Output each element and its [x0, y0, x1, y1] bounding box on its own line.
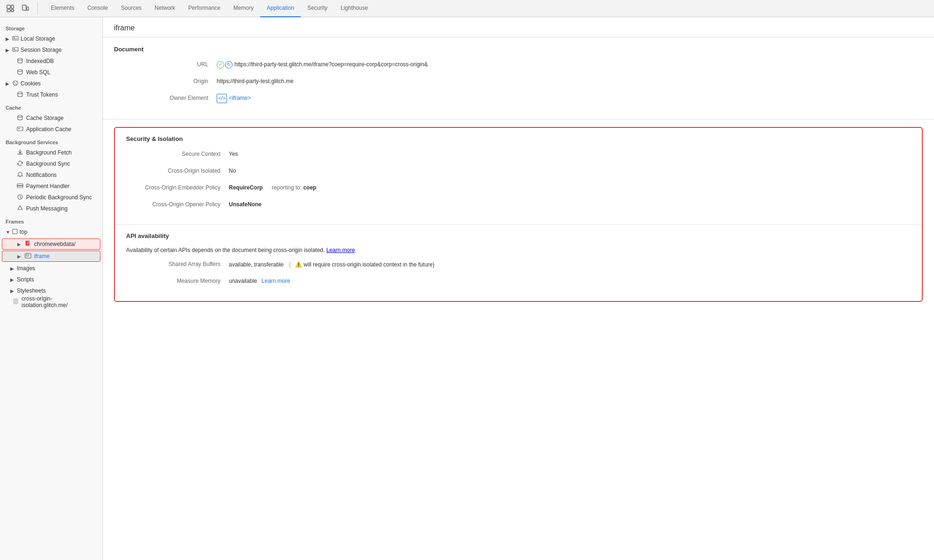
- cookies-expand[interactable]: ▶ Cookies: [0, 78, 102, 89]
- api-learn-more-link[interactable]: Learn more: [326, 247, 355, 253]
- coep-row: Cross-Origin Embedder Policy RequireCorp…: [126, 183, 911, 194]
- tab-performance[interactable]: Performance: [182, 0, 227, 17]
- chromewebdata-toggle: ▶: [17, 242, 22, 247]
- crossorigin-item[interactable]: cross-origin-isolation.glitch.me/: [0, 296, 102, 308]
- cache-storage-label: Cache Storage: [26, 115, 64, 121]
- cookies-icon: [12, 80, 19, 88]
- tab-console[interactable]: Console: [81, 0, 114, 17]
- tab-sources[interactable]: Sources: [114, 0, 148, 17]
- tab-lighthouse[interactable]: Lighthouse: [334, 0, 375, 17]
- payment-handler-label: Payment Handler: [26, 183, 70, 189]
- svg-point-15: [14, 82, 15, 83]
- shared-buffers-text: available, transferable: [229, 261, 283, 268]
- notifications-label: Notifications: [26, 172, 57, 178]
- trust-tokens-icon: [17, 91, 23, 99]
- coep-reporting-label: reporting to:: [272, 184, 302, 191]
- tab-elements[interactable]: Elements: [44, 0, 81, 17]
- owner-field-row: Owner Element </> <iframe>: [114, 94, 923, 104]
- toolbar-icons: [4, 2, 38, 15]
- security-section: Security & Isolation Secure Context Yes …: [115, 128, 922, 225]
- top-frame-expand[interactable]: ▼ top: [0, 226, 102, 238]
- crossorigin-label: cross-origin-isolation.glitch.me/: [21, 295, 97, 308]
- chromewebdata-frame-item[interactable]: ▶ chromewebdata/: [2, 238, 100, 250]
- periodic-bg-sync-icon: [17, 194, 23, 202]
- svg-rect-25: [13, 229, 17, 234]
- images-expand[interactable]: ▶ Images: [0, 263, 102, 274]
- svg-rect-8: [14, 39, 17, 39]
- periodic-bg-sync-label: Periodic Background Sync: [26, 194, 92, 201]
- svg-rect-9: [13, 48, 18, 51]
- notifications-item[interactable]: Notifications: [0, 169, 102, 181]
- storage-section-label: Storage: [0, 21, 102, 33]
- coep-reporting-endpoint: coep: [303, 184, 316, 191]
- websql-icon: [17, 69, 23, 77]
- coep-value: RequireCorp reporting to: coep: [229, 183, 911, 192]
- push-messaging-item[interactable]: Push Messaging: [0, 203, 102, 214]
- indexeddb-item[interactable]: IndexedDB: [0, 56, 102, 67]
- cross-origin-isolated-row: Cross-Origin Isolated No: [126, 167, 911, 177]
- bg-fetch-item[interactable]: Background Fetch: [0, 147, 102, 158]
- measure-memory-row: Measure Memory unavailable Learn more: [126, 277, 911, 287]
- scripts-expand[interactable]: ▶ Scripts: [0, 274, 102, 285]
- cookies-label: Cookies: [21, 80, 41, 87]
- secure-context-label: Secure Context: [126, 150, 229, 159]
- warning-icon: ⚠️: [295, 260, 302, 270]
- push-messaging-icon: [17, 205, 23, 213]
- application-cache-label: Application Cache: [26, 126, 71, 133]
- periodic-bg-sync-item[interactable]: Periodic Background Sync: [0, 192, 102, 203]
- cache-storage-item[interactable]: Cache Storage: [0, 112, 102, 124]
- coop-label: Cross-Origin Opener Policy: [126, 200, 229, 209]
- devtools-toolbar: Elements Console Sources Network Perform…: [0, 0, 934, 17]
- bg-sync-item[interactable]: Background Sync: [0, 158, 102, 169]
- coop-row: Cross-Origin Opener Policy UnsafeNone: [126, 200, 911, 210]
- page-header: iframe: [103, 17, 934, 37]
- images-label: Images: [17, 265, 35, 272]
- stylesheets-expand[interactable]: ▶ Stylesheets: [0, 285, 102, 296]
- svg-rect-0: [7, 5, 10, 8]
- api-desc-text: Availability of certain APIs depends on …: [126, 247, 325, 253]
- trust-tokens-label: Trust Tokens: [26, 91, 58, 98]
- secure-context-value: Yes: [229, 150, 911, 159]
- trust-tokens-item[interactable]: Trust Tokens: [0, 89, 102, 100]
- svg-point-18: [18, 92, 22, 94]
- coep-reporting-text: reporting to: coep: [272, 184, 316, 191]
- tab-security[interactable]: Security: [301, 0, 334, 17]
- bg-fetch-icon: [17, 149, 23, 157]
- payment-handler-item[interactable]: Payment Handler: [0, 181, 102, 192]
- sidebar: Storage ▶ Local Storage ▶ Session Storag…: [0, 17, 103, 560]
- inspect-icon[interactable]: [4, 2, 17, 15]
- device-toggle-icon[interactable]: [19, 2, 32, 15]
- bg-sync-icon: [17, 160, 23, 168]
- local-storage-expand[interactable]: ▶ Local Storage: [0, 33, 102, 44]
- measure-memory-learn-link[interactable]: Learn more: [262, 278, 290, 284]
- owner-label: Owner Element: [114, 94, 217, 103]
- tab-application[interactable]: Application: [260, 0, 301, 17]
- owner-link[interactable]: </> <iframe>: [217, 94, 923, 103]
- session-storage-expand[interactable]: ▶ Session Storage: [0, 44, 102, 56]
- document-section: Document URL ✓ ↻ https://third-party-tes…: [103, 37, 934, 119]
- svg-rect-20: [17, 127, 23, 131]
- application-cache-item[interactable]: Application Cache: [0, 124, 102, 135]
- application-cache-icon: [17, 126, 23, 133]
- websql-item[interactable]: Web SQL: [0, 67, 102, 78]
- tabs-bar: Elements Console Sources Network Perform…: [44, 0, 375, 17]
- tab-memory[interactable]: Memory: [227, 0, 260, 17]
- svg-point-16: [15, 84, 16, 84]
- tab-network[interactable]: Network: [148, 0, 182, 17]
- top-frame-icon: [12, 229, 18, 236]
- document-section-title: Document: [114, 46, 923, 53]
- shared-buffers-row: Shared Array Buffers available, transfer…: [126, 260, 911, 270]
- coep-policy-value: RequireCorp: [229, 184, 263, 191]
- url-label: URL: [114, 60, 217, 69]
- measure-memory-value: unavailable Learn more: [229, 277, 911, 286]
- session-storage-icon: [12, 46, 19, 54]
- chromewebdata-label: chromewebdata/: [34, 241, 76, 247]
- reload-icon: ↻: [225, 61, 233, 69]
- shared-buffers-value: available, transferable (⚠️ will require…: [229, 260, 911, 270]
- measure-memory-label: Measure Memory: [126, 277, 229, 286]
- secure-icon: ✓: [217, 61, 224, 69]
- secure-context-row: Secure Context Yes: [126, 150, 911, 160]
- local-storage-toggle: ▶: [6, 36, 10, 42]
- iframe-frame-item[interactable]: ▶ iframe: [2, 251, 100, 262]
- bg-services-section-label: Background Services: [0, 135, 102, 147]
